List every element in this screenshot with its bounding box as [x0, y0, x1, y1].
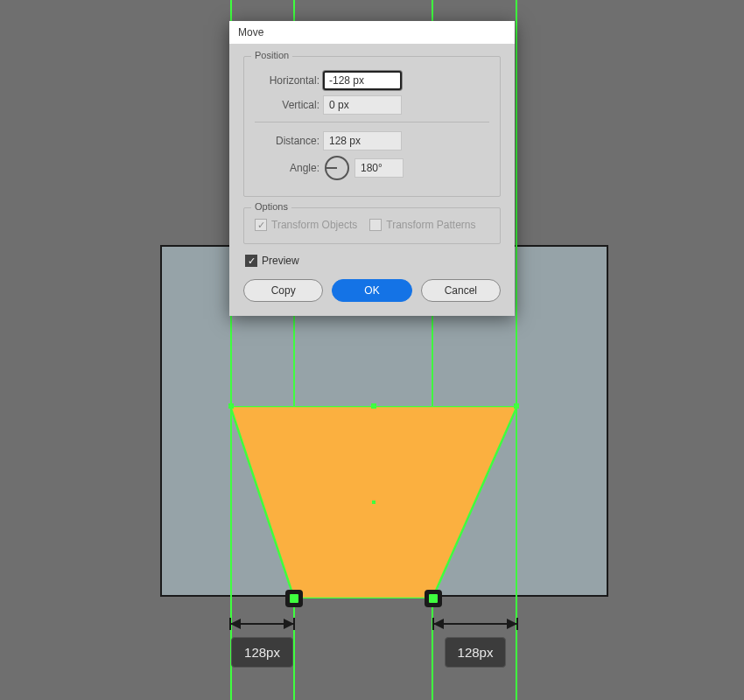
anchor-point-selected[interactable] [425, 590, 442, 607]
cancel-button[interactable]: Cancel [421, 279, 501, 302]
angle-input[interactable] [354, 158, 404, 178]
ok-button[interactable]: OK [332, 279, 411, 302]
copy-button[interactable]: Copy [243, 279, 323, 302]
angle-dial-icon[interactable] [325, 156, 349, 180]
measurement-label: 128px [231, 637, 293, 668]
shape-center [372, 500, 376, 504]
move-dialog: Move Position Horizontal: Vertical: Dist… [229, 21, 515, 316]
transform-patterns-label: Transform Patterns [386, 219, 475, 231]
group-label-options: Options [251, 201, 291, 212]
transform-patterns-checkbox[interactable] [369, 219, 382, 231]
transform-objects-label: Transform Objects [271, 219, 357, 231]
options-group: Options Transform Objects Transform Patt… [243, 207, 501, 244]
measurement-left: 128px [230, 623, 294, 668]
selection-handle[interactable] [371, 403, 376, 409]
anchor-point-selected[interactable] [285, 590, 303, 607]
measurement-right: 128px [433, 623, 517, 668]
vertical-input[interactable] [323, 95, 402, 115]
distance-input[interactable] [323, 131, 402, 150]
divider [255, 122, 489, 122]
angle-label: Angle: [255, 162, 319, 174]
preview-checkbox[interactable] [245, 255, 257, 267]
selection-handle[interactable] [514, 403, 519, 409]
double-arrow-icon [433, 623, 517, 625]
distance-label: Distance: [255, 135, 319, 147]
vertical-label: Vertical: [255, 99, 319, 111]
selection-handle[interactable] [228, 403, 234, 409]
transform-objects-checkbox[interactable] [255, 219, 267, 231]
group-label-position: Position [251, 50, 292, 60]
horizontal-label: Horizontal: [255, 74, 319, 87]
measurement-label: 128px [445, 637, 507, 668]
dialog-title: Move [229, 21, 515, 44]
horizontal-input[interactable] [323, 71, 402, 90]
position-group: Position Horizontal: Vertical: Distance:… [243, 56, 501, 197]
double-arrow-icon [230, 623, 294, 625]
preview-label: Preview [262, 255, 299, 267]
